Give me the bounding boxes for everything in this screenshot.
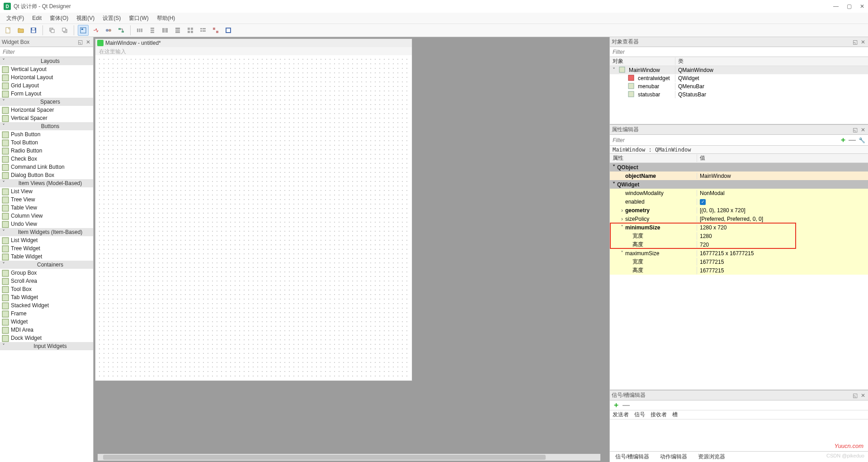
- widget-item[interactable]: List View: [0, 187, 93, 195]
- edit-taborder-button[interactable]: [116, 25, 127, 36]
- bring-front-button[interactable]: [59, 25, 70, 36]
- widget-box-tree[interactable]: ˅LayoutsVertical LayoutHorizontal Layout…: [0, 57, 93, 462]
- layout-grid-button[interactable]: [185, 25, 196, 36]
- adjust-size-button[interactable]: [223, 25, 234, 36]
- menu-item[interactable]: 窗口(W): [125, 14, 152, 23]
- edit-buddies-button[interactable]: [103, 25, 114, 36]
- widget-category-header[interactable]: ˅Item Widgets (Item-Based): [0, 228, 93, 236]
- remove-property-icon[interactable]: —: [849, 136, 856, 144]
- checkbox-on-icon[interactable]: ✓: [700, 199, 706, 205]
- property-list[interactable]: ˅QObjectobjectNameMainWindow˅QWidgetwind…: [610, 163, 868, 390]
- dock-float-icon[interactable]: ◱: [852, 39, 858, 45]
- widget-item[interactable]: Tree View: [0, 195, 93, 204]
- edit-signals-button[interactable]: [90, 25, 101, 36]
- bottom-tab[interactable]: 信号/槽编辑器: [615, 453, 649, 461]
- layout-form-button[interactable]: [198, 25, 208, 36]
- widget-box-filter[interactable]: [0, 47, 93, 57]
- widget-item[interactable]: Tool Button: [0, 138, 93, 147]
- widget-category-header[interactable]: ˅Input Widgets: [0, 342, 93, 350]
- layout-vsplit-button[interactable]: [172, 25, 183, 36]
- property-row[interactable]: 宽度1280: [610, 232, 868, 240]
- widget-category-header[interactable]: ˅Containers: [0, 261, 93, 269]
- widget-item[interactable]: Stacked Widget: [0, 301, 93, 310]
- widget-item[interactable]: Dialog Button Box: [0, 171, 93, 179]
- layout-h-button[interactable]: [134, 25, 145, 36]
- property-row[interactable]: 高度720: [610, 240, 868, 249]
- widget-item[interactable]: Form Layout: [0, 90, 93, 98]
- property-row[interactable]: ›geometry[(0, 0), 1280 x 720]: [610, 206, 868, 214]
- widget-item[interactable]: Radio Button: [0, 147, 93, 155]
- property-row[interactable]: ˅minimumSize1280 x 720: [610, 223, 868, 232]
- property-filter[interactable]: [610, 137, 838, 143]
- layout-hsplit-button[interactable]: [160, 25, 170, 36]
- widget-item[interactable]: Dock Widget: [0, 334, 93, 342]
- layout-v-button[interactable]: [147, 25, 158, 36]
- add-connection-icon[interactable]: ＋: [613, 400, 620, 410]
- break-layout-button[interactable]: [210, 25, 221, 36]
- maximize-icon[interactable]: ▢: [847, 3, 852, 10]
- widget-item[interactable]: Table Widget: [0, 252, 93, 261]
- signal-list[interactable]: [610, 419, 868, 451]
- object-row[interactable]: menubarQMenuBar: [610, 82, 868, 90]
- property-row[interactable]: 高度16777215: [610, 266, 868, 275]
- property-row[interactable]: ˅maximumSize16777215 x 16777215: [610, 249, 868, 257]
- widget-item[interactable]: Push Button: [0, 130, 93, 138]
- widget-item[interactable]: Table View: [0, 204, 93, 212]
- save-button[interactable]: [28, 25, 39, 36]
- dock-close-icon[interactable]: ✕: [85, 39, 91, 45]
- form-canvas[interactable]: [97, 57, 410, 379]
- property-section-header[interactable]: ˅QObject: [610, 163, 868, 171]
- bottom-tab[interactable]: 动作编辑器: [660, 453, 687, 461]
- widget-item[interactable]: Scroll Area: [0, 277, 93, 285]
- object-row[interactable]: statusbarQStatusBar: [610, 90, 868, 99]
- widget-item[interactable]: Column View: [0, 212, 93, 220]
- form-window[interactable]: MainWindow - untitled* 在这里输入: [95, 38, 412, 381]
- menu-item[interactable]: 窗体(O): [46, 14, 72, 23]
- widget-category-header[interactable]: ˅Buttons: [0, 122, 93, 130]
- remove-connection-icon[interactable]: —: [623, 401, 630, 410]
- edit-widgets-button[interactable]: [78, 25, 89, 36]
- widget-item[interactable]: MDI Area: [0, 326, 93, 334]
- widget-item[interactable]: Vertical Spacer: [0, 114, 93, 122]
- widget-item[interactable]: Frame: [0, 310, 93, 318]
- close-icon[interactable]: ✕: [860, 3, 864, 10]
- open-file-button[interactable]: [15, 25, 26, 36]
- widget-item[interactable]: Command Link Button: [0, 163, 93, 171]
- widget-item[interactable]: List Widget: [0, 236, 93, 244]
- new-file-button[interactable]: [3, 25, 14, 36]
- property-row[interactable]: enabled✓: [610, 197, 868, 206]
- property-row[interactable]: ›sizePolicy[Preferred, Preferred, 0, 0]: [610, 214, 868, 223]
- widget-item[interactable]: Tab Widget: [0, 293, 93, 301]
- widget-item[interactable]: Horizontal Spacer: [0, 106, 93, 114]
- menu-item[interactable]: 视图(V): [73, 14, 98, 23]
- property-row[interactable]: 宽度16777215: [610, 257, 868, 266]
- widget-item[interactable]: Horizontal Layout: [0, 73, 93, 81]
- widget-category-header[interactable]: ˅Layouts: [0, 57, 93, 65]
- object-rows[interactable]: ˅MainWindowQMainWindowcentralwidgetQWidg…: [610, 66, 868, 99]
- property-section-header[interactable]: ˅QWidget: [610, 180, 868, 189]
- dock-float-icon[interactable]: ◱: [852, 127, 858, 133]
- object-filter[interactable]: [610, 47, 868, 57]
- object-row[interactable]: ˅MainWindowQMainWindow: [610, 66, 868, 74]
- menu-item[interactable]: 文件(F): [3, 14, 28, 23]
- property-row[interactable]: windowModalityNonModal: [610, 189, 868, 197]
- widget-category-header[interactable]: ˅Spacers: [0, 98, 93, 106]
- h-scrollbar[interactable]: [98, 454, 600, 461]
- menu-item[interactable]: Edit: [28, 14, 45, 22]
- send-back-button[interactable]: [47, 25, 57, 36]
- dock-float-icon[interactable]: ◱: [852, 392, 858, 399]
- widget-item[interactable]: Undo View: [0, 220, 93, 228]
- minimize-icon[interactable]: —: [833, 3, 839, 10]
- widget-item[interactable]: Grid Layout: [0, 81, 93, 90]
- bottom-tab[interactable]: 资源浏览器: [698, 453, 725, 461]
- add-property-icon[interactable]: ＋: [840, 135, 847, 145]
- widget-item[interactable]: Widget: [0, 318, 93, 326]
- configure-icon[interactable]: 🔧: [859, 137, 865, 143]
- object-row[interactable]: centralwidgetQWidget: [610, 74, 868, 82]
- dock-close-icon[interactable]: ✕: [860, 392, 866, 399]
- widget-item[interactable]: Tree Widget: [0, 244, 93, 252]
- widget-item[interactable]: Vertical Layout: [0, 65, 93, 73]
- widget-item[interactable]: Tool Box: [0, 285, 93, 293]
- property-row[interactable]: objectNameMainWindow: [610, 171, 868, 180]
- dock-close-icon[interactable]: ✕: [860, 127, 866, 133]
